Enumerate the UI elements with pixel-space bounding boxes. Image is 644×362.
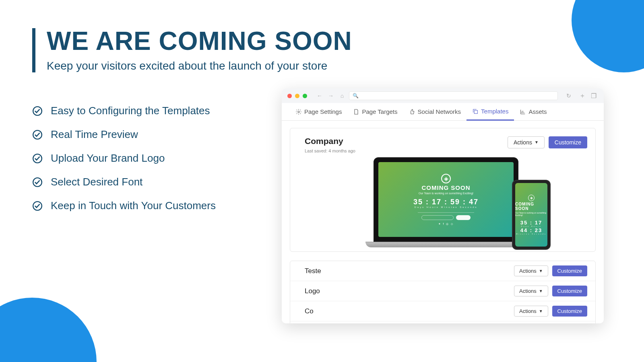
back-button[interactable]: ←: [315, 91, 324, 100]
template-name: Teste: [305, 267, 321, 275]
chevron-down-icon: ▼: [539, 269, 543, 273]
preview-countdown-labels: Days Hours Minutes Seconds: [414, 206, 477, 208]
feature-text: Real Time Preview: [51, 128, 138, 141]
preview-countdown: 35 : 17: [520, 220, 542, 226]
template-preview: ◈ COMING SOON Our Team is working on som…: [305, 157, 587, 247]
customize-label: Customize: [555, 140, 581, 145]
check-circle-icon: [32, 177, 43, 187]
last-saved-label: Last saved: 4 months ago: [305, 148, 355, 153]
tab-label: Social Networks: [418, 108, 461, 115]
customize-button[interactable]: Customize: [552, 306, 587, 317]
browser-toolbar: ← → ⌂ 🔍 ↻ ＋ ❐: [282, 88, 604, 103]
copy-icon: [472, 108, 479, 115]
browser-window: ← → ⌂ 🔍 ↻ ＋ ❐ Page Settings Page Targets…: [282, 88, 604, 323]
heading: WE ARE COMING SOON Keep your visitors ex…: [32, 28, 352, 72]
preview-subtitle: Our Team is working on something Excitin…: [515, 212, 547, 216]
maximize-window-icon[interactable]: [303, 94, 307, 98]
preview-countdown-labels: Minutes Seconds: [516, 233, 547, 235]
feature-item: Upload Your Brand Logo: [32, 152, 216, 165]
preview-title: COMING SOON: [515, 202, 547, 211]
page-title: WE ARE COMING SOON: [47, 28, 352, 54]
logo-icon: ◈: [441, 174, 451, 183]
preview-countdown: 35 : 17 : 59 : 47: [413, 198, 479, 206]
home-button[interactable]: ⌂: [338, 91, 347, 100]
selected-template-card: Company Last saved: 4 months ago Actions…: [290, 128, 596, 252]
feature-item: Real Time Preview: [32, 128, 216, 141]
address-bar[interactable]: 🔍: [349, 91, 558, 100]
check-circle-icon: [32, 201, 43, 211]
forward-button[interactable]: →: [326, 91, 335, 100]
feature-text: Keep in Touch with Your Customers: [51, 200, 216, 212]
laptop-mockup: ◈ COMING SOON Our Team is working on som…: [374, 157, 518, 247]
tab-page-targets[interactable]: Page Targets: [347, 103, 403, 120]
preview-countdown-labels: Days Hours: [521, 225, 542, 227]
actions-dropdown[interactable]: Actions ▼: [508, 136, 545, 148]
tab-label: Page Targets: [362, 108, 397, 115]
logo-icon: ◈: [528, 195, 535, 201]
feature-text: Upload Your Brand Logo: [51, 152, 165, 165]
close-window-icon[interactable]: [287, 94, 292, 98]
thumbs-up-icon: [409, 109, 415, 115]
check-circle-icon: [32, 106, 43, 116]
chevron-down-icon: ▼: [539, 309, 543, 313]
window-controls: [287, 94, 307, 98]
table-row: Co Actions▼ Customize: [290, 301, 595, 321]
actions-dropdown[interactable]: Actions▼: [514, 306, 548, 317]
feature-item: Keep in Touch with Your Customers: [32, 200, 216, 212]
template-list: Teste Actions▼ Customize Logo Actions▼ C…: [290, 261, 596, 323]
minimize-window-icon[interactable]: [295, 94, 299, 98]
table-row: Company Actions▼ Customize: [290, 321, 595, 323]
template-name: Logo: [305, 287, 320, 295]
tabs-overview-button[interactable]: ❐: [589, 91, 598, 100]
preview-subtitle: Our Team is working on something Excitin…: [419, 192, 473, 195]
chart-icon: [520, 109, 526, 115]
customize-button[interactable]: Customize: [552, 286, 587, 296]
customize-button[interactable]: Customize: [549, 136, 587, 148]
tab-social-networks[interactable]: Social Networks: [403, 103, 467, 120]
check-circle-icon: [32, 153, 43, 164]
preview-title: COMING SOON: [421, 184, 470, 191]
app-tabs: Page Settings Page Targets Social Networ…: [282, 103, 604, 121]
phone-mockup: ◈ COMING SOON Our Team is working on som…: [513, 181, 550, 249]
check-circle-icon: [32, 130, 43, 140]
actions-label: Actions: [514, 140, 532, 145]
preview-countdown: 44 : 23: [520, 227, 542, 233]
actions-dropdown[interactable]: Actions▼: [514, 265, 548, 276]
svg-point-5: [298, 111, 299, 113]
decorative-blob-top-right: [572, 0, 644, 72]
table-row: Teste Actions▼ Customize: [290, 261, 595, 281]
tab-label: Templates: [481, 108, 508, 115]
search-icon: 🔍: [353, 93, 359, 99]
feature-text: Easy to Configuring the Templates: [51, 105, 210, 117]
decorative-blob-bottom-left: [0, 298, 97, 362]
feature-list: Easy to Configuring the Templates Real T…: [32, 105, 216, 223]
template-name: Co: [305, 307, 314, 315]
svg-rect-6: [474, 110, 477, 113]
feature-item: Select Desired Font: [32, 176, 216, 188]
feature-item: Easy to Configuring the Templates: [32, 105, 216, 117]
tab-label: Page Settings: [304, 108, 342, 115]
chevron-down-icon: ▼: [535, 140, 539, 144]
new-tab-button[interactable]: ＋: [578, 91, 587, 100]
feature-text: Select Desired Font: [51, 176, 142, 188]
social-icons: ✦ f ◎ ◇: [438, 222, 454, 226]
reload-button[interactable]: ↻: [564, 91, 573, 100]
gear-icon: [295, 109, 302, 115]
page-subtitle: Keep your visitors excited about the lau…: [47, 60, 352, 72]
page-icon: [353, 109, 359, 115]
table-row: Logo Actions▼ Customize: [290, 281, 595, 301]
chevron-down-icon: ▼: [539, 289, 543, 293]
tab-label: Assets: [528, 108, 547, 115]
customize-button[interactable]: Customize: [552, 265, 587, 276]
template-name: Company: [305, 136, 355, 146]
actions-dropdown[interactable]: Actions▼: [514, 286, 548, 296]
tab-assets[interactable]: Assets: [514, 103, 552, 120]
tab-page-settings[interactable]: Page Settings: [290, 103, 347, 120]
tab-templates[interactable]: Templates: [466, 103, 514, 121]
